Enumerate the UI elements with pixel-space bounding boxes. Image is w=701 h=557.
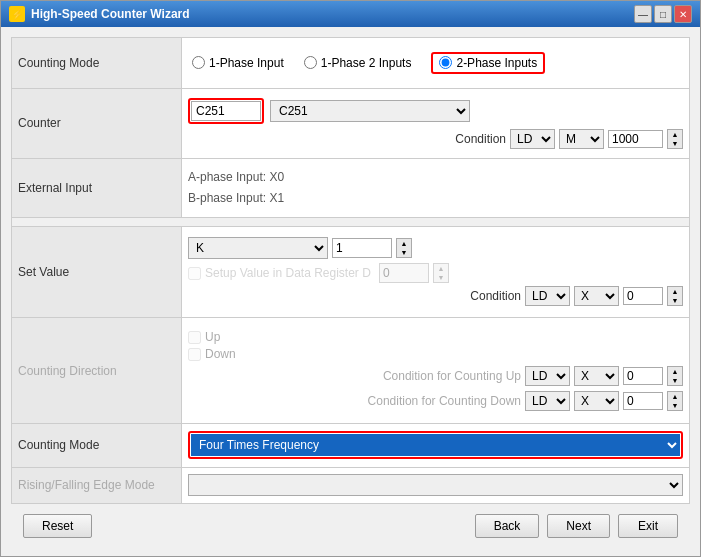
data-register-input xyxy=(379,263,429,283)
up-checkbox[interactable] xyxy=(188,331,201,344)
rising-falling-cell xyxy=(182,467,690,504)
counter-input-row: C251 xyxy=(188,98,683,124)
reset-button[interactable]: Reset xyxy=(23,514,92,538)
set-value-label-cell: Set Value xyxy=(12,226,182,318)
counter-value-cell: C251 Condition LDLDI MXY xyxy=(182,88,690,159)
cond-up-ld-select[interactable]: LD xyxy=(525,366,570,386)
phase1-2-label: 1-Phase 2 Inputs xyxy=(321,56,412,70)
counting-direction-row: Counting Direction Up Down xyxy=(12,318,690,424)
data-register-checkbox[interactable] xyxy=(188,267,201,280)
cond-down-value-input[interactable] xyxy=(623,392,663,410)
main-content: Counting Mode 1-Phase Input 1-Phase 2 In… xyxy=(1,27,700,556)
close-button[interactable]: ✕ xyxy=(674,5,692,23)
form-table: Counting Mode 1-Phase Input 1-Phase 2 In… xyxy=(11,37,690,504)
counter-input-highlight xyxy=(188,98,264,124)
counter-row: Counter C251 xyxy=(12,88,690,159)
cond-up-x-select[interactable]: X xyxy=(574,366,619,386)
down-checkbox[interactable] xyxy=(188,348,201,361)
rising-falling-label-cell: Rising/Falling Edge Mode xyxy=(12,467,182,504)
b-phase-text: B-phase Input: X1 xyxy=(188,188,683,208)
phase2-radio[interactable] xyxy=(439,56,452,69)
rising-falling-row: Rising/Falling Edge Mode xyxy=(12,467,690,504)
rising-falling-select[interactable] xyxy=(188,474,683,496)
back-button[interactable]: Back xyxy=(475,514,540,538)
k-dropdown[interactable]: KH xyxy=(188,237,328,259)
condition-label: Condition xyxy=(455,132,506,146)
counter-input[interactable] xyxy=(191,101,261,121)
phase1-2-radio[interactable] xyxy=(304,56,317,69)
set-value-spin-up[interactable]: ▲ xyxy=(397,239,411,248)
window-title: High-Speed Counter Wizard xyxy=(31,7,190,21)
counter-label-cell: Counter xyxy=(12,88,182,159)
cond-down-row: Condition for Counting Down LD X ▲ xyxy=(188,391,683,411)
set-cond-spinner: ▲ ▼ xyxy=(667,286,683,306)
main-window: ⚡ High-Speed Counter Wizard — □ ✕ Counti… xyxy=(0,0,701,557)
cond-down-label: Condition for Counting Down xyxy=(368,394,521,408)
cond-down-ld-select[interactable]: LD xyxy=(525,391,570,411)
condition-spinner: ▲ ▼ xyxy=(667,129,683,149)
counting-mode-options-cell: 1-Phase Input 1-Phase 2 Inputs 2-Phase I… xyxy=(182,38,690,89)
data-reg-spin-up: ▲ xyxy=(434,264,448,273)
phase1-radio[interactable] xyxy=(192,56,205,69)
cond-down-x-select[interactable]: X xyxy=(574,391,619,411)
set-value-top-row: KH ▲ ▼ xyxy=(188,237,683,259)
bottom-bar: Reset Back Next Exit xyxy=(11,506,690,546)
sep-cell-1 xyxy=(12,217,690,226)
minimize-button[interactable]: — xyxy=(634,5,652,23)
set-cond-value-input[interactable] xyxy=(623,287,663,305)
set-value-spin-down[interactable]: ▼ xyxy=(397,248,411,257)
set-value-input[interactable] xyxy=(332,238,392,258)
phase1-2-option[interactable]: 1-Phase 2 Inputs xyxy=(304,56,412,70)
condition-m-select[interactable]: MXY xyxy=(559,129,604,149)
counting-mode-row: Counting Mode 1-Phase Input 1-Phase 2 In… xyxy=(12,38,690,89)
cond-up-label: Condition for Counting Up xyxy=(383,369,521,383)
spin-down-button[interactable]: ▼ xyxy=(668,139,682,148)
phase2-option[interactable]: 2-Phase Inputs xyxy=(431,52,545,74)
condition-ld-select[interactable]: LDLDI xyxy=(510,129,555,149)
data-register-row: Setup Value in Data Register D ▲ ▼ xyxy=(188,263,683,283)
counting-mode-label: Counting Mode xyxy=(12,38,182,89)
data-register-label: Setup Value in Data Register D xyxy=(205,266,371,280)
counter-dropdown[interactable]: C251 xyxy=(270,100,470,122)
cond-up-value-input[interactable] xyxy=(623,367,663,385)
external-input-text: A-phase Input: X0 B-phase Input: X1 xyxy=(188,167,683,208)
title-bar: ⚡ High-Speed Counter Wizard — □ ✕ xyxy=(1,1,700,27)
condition-value-input[interactable] xyxy=(608,130,663,148)
cond-down-spinner: ▲ ▼ xyxy=(667,391,683,411)
set-condition-row: Condition LDLDI XMY ▲ ▼ xyxy=(188,286,683,306)
title-bar-left: ⚡ High-Speed Counter Wizard xyxy=(9,6,190,22)
set-value-cell: KH ▲ ▼ Setup Value in Data Register D xyxy=(182,226,690,318)
counting-direction-cell: Up Down Condition for Counting Up xyxy=(182,318,690,424)
data-reg-spinner: ▲ ▼ xyxy=(433,263,449,283)
exit-button[interactable]: Exit xyxy=(618,514,678,538)
counting-mode-bottom-label-cell: Counting Mode xyxy=(12,424,182,467)
direction-checkboxes: Up Down xyxy=(188,330,683,361)
title-buttons: — □ ✕ xyxy=(634,5,692,23)
cond-down-spin-down[interactable]: ▼ xyxy=(668,401,682,410)
next-button[interactable]: Next xyxy=(547,514,610,538)
set-value-spinner: ▲ ▼ xyxy=(396,238,412,258)
counting-mode-bottom-row: Counting Mode One Times Frequency Two Ti… xyxy=(12,424,690,467)
condition-row: Condition LDLDI MXY ▲ ▼ xyxy=(188,127,683,149)
cond-up-spin-down[interactable]: ▼ xyxy=(668,376,682,385)
external-input-value-cell: A-phase Input: X0 B-phase Input: X1 xyxy=(182,159,690,218)
down-check-label[interactable]: Down xyxy=(188,347,683,361)
counting-mode-bottom-cell: One Times Frequency Two Times Frequency … xyxy=(182,424,690,467)
set-cond-x-select[interactable]: XMY xyxy=(574,286,619,306)
cond-down-spin-up[interactable]: ▲ xyxy=(668,392,682,401)
set-cond-ld-select[interactable]: LDLDI xyxy=(525,286,570,306)
cond-up-row: Condition for Counting Up LD X ▲ xyxy=(188,366,683,386)
a-phase-text: A-phase Input: X0 xyxy=(188,167,683,187)
right-buttons: Back Next Exit xyxy=(475,514,678,538)
maximize-button[interactable]: □ xyxy=(654,5,672,23)
up-check-label[interactable]: Up xyxy=(188,330,683,344)
app-icon: ⚡ xyxy=(9,6,25,22)
external-input-label-cell: External Input xyxy=(12,159,182,218)
set-cond-spin-down[interactable]: ▼ xyxy=(668,296,682,305)
set-cond-spin-up[interactable]: ▲ xyxy=(668,287,682,296)
cond-up-spin-up[interactable]: ▲ xyxy=(668,367,682,376)
counting-mode-dropdown[interactable]: One Times Frequency Two Times Frequency … xyxy=(191,434,680,456)
set-value-row: Set Value KH ▲ ▼ xyxy=(12,226,690,318)
phase1-option[interactable]: 1-Phase Input xyxy=(192,56,284,70)
spin-up-button[interactable]: ▲ xyxy=(668,130,682,139)
